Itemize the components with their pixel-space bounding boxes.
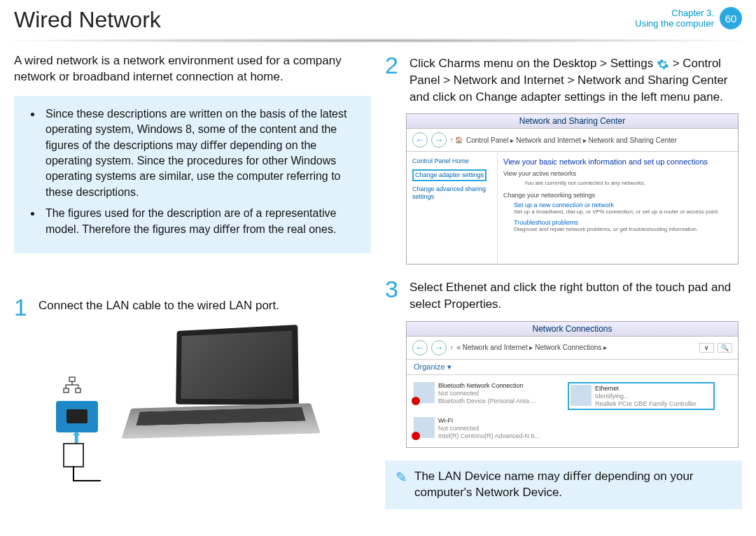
laptop-lan-figure: ⬆ (49, 327, 350, 488)
forward-button-icon: → (431, 132, 447, 148)
cable-connector-illustration (63, 443, 84, 467)
back-button-icon: ← (412, 132, 428, 148)
section-label: Using the computer (635, 18, 714, 29)
connection-wifi: Wi-Fi Not connected Intel(R) Centrino(R)… (414, 417, 561, 439)
sc1-not-connected: You are currently not connected to any n… (524, 180, 732, 186)
step-3-number: 3 (385, 277, 402, 313)
sc1-control-panel-home: Control Panel Home (412, 157, 491, 165)
note-item-2: The ﬁgures used for the description are … (42, 206, 357, 237)
sc1-change-advanced: Change advanced sharing settings (412, 185, 491, 201)
header-divider (14, 38, 742, 43)
page-number-badge: 60 (720, 7, 742, 29)
lan-port-icon (63, 376, 81, 395)
page-title: Wired Network (14, 7, 161, 33)
sc1-change-adapter-highlighted: Change adapter settings (412, 169, 486, 181)
note-box: Since these descriptions are written on … (14, 96, 371, 253)
settings-gear-icon (657, 58, 669, 71)
step-2-text-a: Click Charms menu on the Desktop > Setti… (410, 57, 653, 70)
svg-rect-0 (69, 377, 75, 381)
step-1-number: 1 (14, 295, 31, 319)
intro-text: A wired network is a network environment… (14, 53, 371, 85)
chapter-info: Chapter 3. Using the computer 60 (635, 7, 742, 29)
sc2-organize: Organize ▾ (407, 360, 738, 375)
sc1-breadcrumb: Control Panel ▸ Network and Internet ▸ N… (466, 136, 677, 144)
sc2-forward-icon: → (431, 340, 447, 355)
sc1-main-heading: View your basic network information and … (503, 157, 732, 166)
ethernet-connection-icon (570, 385, 592, 406)
chapter-label: Chapter 3. (635, 8, 714, 18)
sc1-change-settings: Change your networking settings (503, 192, 732, 199)
screenshot-network-connections: Network Connections ← → ↑ « Network and … (406, 321, 738, 448)
note-item-1: Since these descriptions are written on … (42, 106, 357, 200)
sc1-link-troubleshoot: Troubleshoot problems (514, 219, 732, 226)
step-2-number: 2 (385, 53, 402, 105)
connection-ethernet-highlighted: Ethernet Identifying... Realtek PCIe GBE… (568, 382, 715, 410)
svg-rect-6 (76, 388, 80, 393)
step-3: 3 Select Ethenet and click the right but… (385, 277, 742, 313)
footnote-box: ✎ The LAN Device name may diﬀer dependin… (385, 460, 742, 509)
sc2-breadcrumb: « Network and Internet ▸ Network Connect… (457, 344, 608, 351)
sc2-back-icon: ← (412, 340, 428, 355)
footnote-text: The LAN Device name may diﬀer depending … (414, 469, 732, 501)
ethernet-port-illustration (56, 401, 98, 432)
step-2: 2 Click Charms menu on the Desktop > Set… (385, 53, 742, 105)
step-1: 1 Connect the LAN cable to the wired LAN… (14, 295, 371, 319)
sc1-view-active: View your active networks (503, 170, 732, 177)
connection-bluetooth: Bluetooth Network Connection Not connect… (414, 382, 561, 410)
wifi-connection-icon (414, 417, 435, 438)
step-2-text: Click Charms menu on the Desktop > Setti… (410, 53, 742, 105)
step-1-text: Connect the LAN cable to the wired LAN p… (38, 295, 279, 319)
screenshot-network-sharing-center: Network and Sharing Center ← → ↑ 🏠 Contr… (406, 113, 738, 265)
sc1-link-setup: Set up a new connection or network (514, 202, 732, 209)
svg-rect-5 (64, 388, 69, 393)
sc2-title: Network Connections (407, 322, 738, 337)
bluetooth-connection-icon (414, 382, 435, 403)
sc1-desc-setup: Set up a broadband, dial-up, or VPN conn… (514, 209, 732, 215)
note-pencil-icon: ✎ (396, 469, 407, 486)
sc1-title: Network and Sharing Center (407, 114, 738, 129)
sc1-desc-troubleshoot: Diagnose and repair network problems, or… (514, 226, 732, 232)
laptop-illustration (126, 327, 336, 453)
step-3-text: Select Ethenet and click the right butto… (410, 277, 742, 313)
